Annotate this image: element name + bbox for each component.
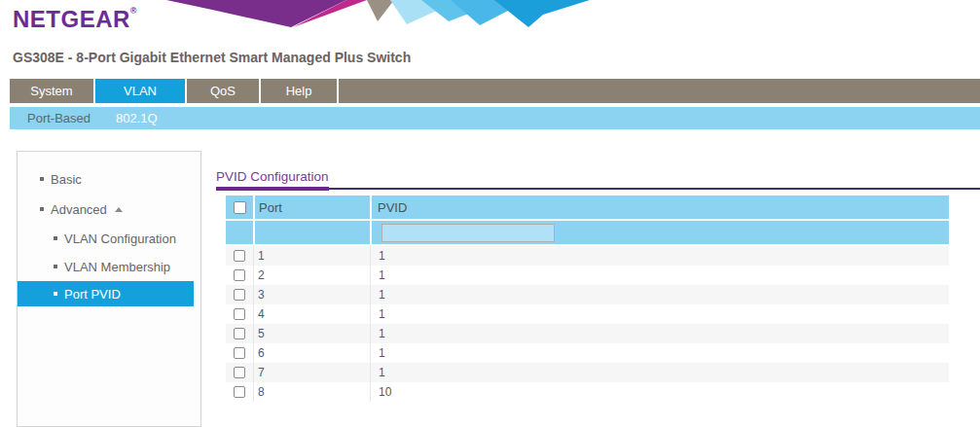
table-header-row: Port PVID	[226, 196, 949, 219]
pvid-cell: 1	[370, 304, 949, 324]
bullet-icon	[54, 236, 57, 240]
subnav-8021q[interactable]: 802.1Q	[116, 111, 158, 125]
pvid-cell: 1	[370, 246, 949, 266]
table-row: 8 10	[226, 382, 949, 402]
bullet-icon	[40, 177, 44, 181]
filter-cell-select	[226, 221, 253, 244]
port-cell: 6	[253, 343, 370, 363]
page-title: GS308E - 8-Port Gigabit Ethernet Smart M…	[13, 50, 411, 65]
row-checkbox[interactable]	[234, 269, 245, 281]
pvid-cell: 1	[370, 343, 949, 363]
row-checkbox[interactable]	[234, 289, 245, 301]
page: NETGEAR® GS308E - 8-Port Gigabit Etherne…	[0, 0, 980, 427]
sidebar-item-vlan-membership[interactable]: VLAN Membership	[18, 254, 200, 279]
port-cell: 8	[253, 382, 370, 402]
pvid-cell: 1	[370, 324, 949, 343]
table-row: 5 1	[226, 324, 949, 343]
pvid-input[interactable]	[381, 224, 555, 242]
heading-rule-accent	[216, 187, 329, 191]
port-cell: 4	[253, 304, 370, 324]
decorative-banner-graphic	[159, 0, 597, 29]
row-checkbox[interactable]	[234, 386, 245, 398]
bullet-icon	[54, 265, 57, 268]
sidebar-item-label: VLAN Configuration	[64, 231, 176, 246]
row-checkbox[interactable]	[234, 347, 245, 359]
table-row: 3 1	[226, 285, 949, 304]
logo-text: NETGEAR	[13, 6, 130, 32]
pvid-table: Port PVID 1 1 2 1 3 1	[226, 196, 949, 402]
pvid-cell: 1	[370, 266, 949, 285]
sidebar-item-basic[interactable]: Basic	[18, 166, 200, 192]
header-cell-pvid: PVID	[372, 196, 949, 219]
sidebar-item-label: VLAN Membership	[64, 260, 170, 274]
row-checkbox[interactable]	[234, 308, 245, 320]
sidebar-item-label: Port PVID	[64, 287, 121, 302]
table-filter-row	[226, 221, 949, 244]
heading-rule	[329, 188, 980, 190]
header-cell-select	[226, 196, 253, 219]
pvid-cell: 1	[370, 363, 949, 382]
subnav-port-based[interactable]: Port-Based	[27, 111, 91, 125]
bullet-icon	[54, 292, 57, 296]
tab-help[interactable]: Help	[261, 79, 339, 103]
port-cell: 5	[253, 324, 370, 343]
row-checkbox[interactable]	[234, 250, 245, 262]
registered-mark: ®	[130, 6, 137, 16]
vlan-subnav: Port-Based 802.1Q	[10, 107, 980, 129]
section-heading: PVID Configuration	[216, 169, 329, 184]
table-row: 4 1	[226, 304, 949, 324]
row-checkbox[interactable]	[234, 367, 245, 378]
select-all-checkbox[interactable]	[234, 201, 246, 214]
table-row: 2 1	[226, 266, 949, 285]
bullet-icon	[40, 207, 44, 211]
row-checkbox[interactable]	[234, 328, 245, 339]
port-cell: 7	[253, 363, 370, 382]
table-row: 6 1	[226, 343, 949, 363]
netgear-logo: NETGEAR®	[13, 6, 137, 33]
sidebar-item-vlan-configuration[interactable]: VLAN Configuration	[18, 226, 200, 251]
table-row: 7 1	[226, 363, 949, 382]
tab-vlan[interactable]: VLAN	[95, 79, 187, 103]
header-cell-port: Port	[255, 196, 370, 219]
table-body: 1 1 2 1 3 1 4 1 5 1	[226, 246, 949, 402]
port-cell: 2	[253, 266, 370, 285]
sidebar: Basic Advanced VLAN Configuration VLAN M…	[17, 151, 201, 427]
sidebar-item-advanced[interactable]: Advanced	[18, 196, 200, 222]
sidebar-item-label: Advanced	[51, 202, 107, 217]
filter-cell-port	[255, 221, 370, 244]
pvid-cell: 1	[370, 285, 949, 304]
table-row: 1 1	[226, 246, 949, 266]
collapse-caret-icon[interactable]	[115, 207, 123, 212]
tab-system[interactable]: System	[10, 79, 95, 103]
pvid-cell: 10	[370, 382, 949, 402]
port-cell: 1	[253, 246, 370, 266]
sidebar-item-label: Basic	[51, 172, 82, 187]
main-navbar: System VLAN QoS Help	[10, 79, 980, 103]
tab-qos[interactable]: QoS	[187, 79, 261, 103]
sidebar-item-port-pvid[interactable]: Port PVID	[18, 281, 194, 306]
filter-cell-pvid	[372, 221, 949, 244]
port-cell: 3	[253, 285, 370, 304]
